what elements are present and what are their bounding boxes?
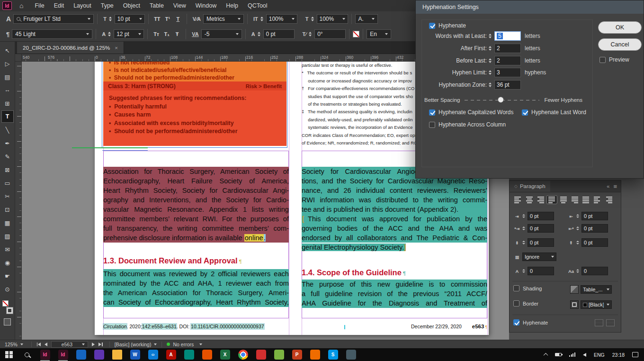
class3-no-benefit-table[interactable]: • Is not recommended • Is not indicated/… bbox=[103, 62, 286, 81]
border-swatch-select[interactable]: [Black] bbox=[581, 300, 612, 309]
guide-blue[interactable] bbox=[102, 150, 148, 151]
note-tool[interactable]: ✉ bbox=[2, 244, 13, 255]
character-formatting-icon[interactable]: A bbox=[6, 15, 11, 23]
zoom-tool[interactable]: ⊙ bbox=[2, 283, 13, 295]
type-tool[interactable]: T bbox=[2, 111, 13, 122]
rectangle-tool[interactable]: ▭ bbox=[2, 177, 13, 189]
taskbar-app-slate[interactable] bbox=[342, 348, 360, 361]
space-after-field[interactable]: 0 pt bbox=[581, 238, 608, 247]
taskbar-search-icon[interactable] bbox=[18, 348, 36, 361]
menu-help[interactable]: Help bbox=[221, 0, 243, 11]
panel-footer-icon-1[interactable] bbox=[595, 319, 603, 326]
preflight-profile-select[interactable]: [Basic] (working) bbox=[115, 342, 157, 347]
preflight-status[interactable]: No errors bbox=[167, 342, 202, 347]
gradient-tool[interactable]: ▦ bbox=[2, 217, 13, 228]
taskbar-app-skype[interactable]: S bbox=[324, 348, 342, 361]
strikethrough-button[interactable]: Ŧ bbox=[172, 29, 182, 39]
pencil-tool[interactable]: ✎ bbox=[2, 151, 13, 162]
footer-doi-link[interactable]: 10.1161/CIR.0000000000000937 bbox=[191, 324, 264, 329]
vertical-scale-field[interactable]: 100% bbox=[266, 14, 297, 24]
first-line-indent-stepper[interactable] bbox=[522, 226, 526, 230]
screen-mode-button[interactable] bbox=[4, 318, 11, 325]
border-style-icon[interactable] bbox=[570, 300, 579, 309]
space-before-stepper[interactable] bbox=[522, 241, 526, 244]
tray-clock[interactable]: 23:18 bbox=[608, 352, 628, 358]
leading-stepper[interactable] bbox=[108, 32, 113, 36]
menu-qctool[interactable]: QCTool bbox=[243, 0, 272, 11]
vertical-scale-stepper[interactable] bbox=[260, 17, 265, 21]
taskbar-app-indesign-1[interactable]: Id bbox=[36, 348, 54, 361]
taskbar-app-file-explorer[interactable] bbox=[108, 348, 126, 361]
menu-layout[interactable]: Layout bbox=[69, 0, 96, 11]
hyphen-limit-stepper[interactable] bbox=[489, 70, 493, 75]
panel-collapse-icon[interactable]: « bbox=[607, 183, 609, 189]
menu-edit[interactable]: Edit bbox=[49, 0, 69, 11]
language-select[interactable]: En bbox=[367, 29, 391, 39]
taskbar-app-purple[interactable] bbox=[90, 348, 108, 361]
hand-tool[interactable]: ☛ bbox=[2, 270, 13, 281]
align-right-button[interactable] bbox=[536, 196, 546, 204]
rectangle-frame-tool[interactable]: ⊠ bbox=[2, 164, 13, 175]
words-stepper[interactable] bbox=[489, 34, 493, 38]
taskbar-app-teal[interactable] bbox=[180, 348, 198, 361]
scissors-tool[interactable]: ✂ bbox=[2, 190, 13, 202]
gradient-feather-tool[interactable]: ▨ bbox=[2, 230, 13, 242]
hyphenate-capitalized-checkbox[interactable] bbox=[429, 109, 435, 116]
horizontal-scale-field[interactable]: 100% bbox=[317, 14, 348, 24]
character-style-select[interactable]: A. bbox=[355, 14, 378, 24]
taskbar-app-indesign-2[interactable]: Id bbox=[54, 348, 72, 361]
shading-checkbox[interactable] bbox=[513, 285, 519, 291]
guide-green[interactable] bbox=[72, 147, 148, 148]
review-paragraph-left[interactable]: This document was reviewed by 2 official… bbox=[103, 269, 289, 307]
paragraph-formatting-icon[interactable]: ¶ bbox=[6, 31, 9, 38]
online-hyperlink[interactable]: online bbox=[244, 234, 264, 242]
hyphenation-zone-stepper[interactable] bbox=[489, 82, 493, 87]
panel-menu-icon[interactable]: ≡ bbox=[613, 183, 617, 190]
drop-cap-lines-stepper[interactable] bbox=[522, 269, 526, 273]
taskbar-app-vscode[interactable]: ‹› bbox=[144, 348, 162, 361]
class3-harm-table[interactable]: Suggested phrases for writing recommenda… bbox=[103, 90, 286, 146]
taskbar-app-excel[interactable]: X bbox=[216, 348, 234, 361]
hyphenation-slider[interactable] bbox=[465, 97, 539, 103]
panel-footer-icon-2[interactable] bbox=[606, 319, 615, 326]
pen-tool[interactable]: ✒ bbox=[2, 137, 13, 149]
taskbar-app-amber[interactable] bbox=[306, 348, 324, 361]
words-with-at-least-field[interactable]: 5 bbox=[494, 31, 521, 41]
baseline-shift-stepper[interactable] bbox=[258, 32, 262, 36]
dialog-titlebar[interactable]: Hyphenation Settings bbox=[416, 0, 644, 14]
left-indent-field[interactable]: 0 pt bbox=[528, 212, 554, 220]
tray-network-icon[interactable] bbox=[565, 352, 579, 357]
hyphenate-panel-checkbox[interactable] bbox=[513, 319, 519, 325]
last-line-indent-field[interactable]: 0 pt bbox=[581, 224, 608, 233]
justify-all-button[interactable] bbox=[581, 196, 591, 204]
hyphenate-across-column-checkbox[interactable] bbox=[429, 122, 435, 128]
small-caps-button[interactable]: Tт bbox=[151, 29, 161, 39]
hyphenate-last-word-checkbox[interactable] bbox=[522, 109, 528, 116]
align-left-button[interactable] bbox=[513, 196, 523, 204]
tray-chevron-icon[interactable] bbox=[540, 353, 551, 356]
slider-thumb[interactable] bbox=[498, 97, 504, 103]
leading-field[interactable]: 12 pt bbox=[114, 29, 144, 39]
drop-cap-chars-stepper[interactable] bbox=[576, 269, 580, 273]
taskbar-app-blue[interactable] bbox=[72, 348, 90, 361]
right-indent-stepper[interactable] bbox=[576, 214, 580, 218]
tray-language[interactable]: ENG bbox=[590, 352, 608, 358]
drop-cap-chars-field[interactable]: 0 bbox=[581, 267, 608, 275]
fill-none-swatch[interactable] bbox=[353, 31, 359, 37]
direct-selection-tool[interactable]: ▷ bbox=[2, 58, 13, 69]
taskbar-app-acrobat[interactable]: A bbox=[162, 348, 180, 361]
skew-field[interactable]: 0° bbox=[314, 29, 346, 39]
align-center-button[interactable] bbox=[524, 196, 534, 204]
ruler-corner[interactable] bbox=[15, 54, 22, 62]
taskbar-app-chrome[interactable] bbox=[234, 348, 252, 361]
shading-swatch-select[interactable]: Table_... bbox=[581, 285, 612, 294]
subscript-button[interactable]: T₁ bbox=[161, 29, 172, 39]
space-before-field[interactable]: 0 pt bbox=[528, 238, 554, 247]
skew-stepper[interactable] bbox=[309, 32, 313, 36]
previous-page-button[interactable] bbox=[43, 343, 49, 346]
hyphen-limit-field[interactable]: 3 bbox=[494, 68, 521, 77]
before-last-stepper[interactable] bbox=[489, 58, 493, 63]
scope-paragraph[interactable]: The purpose of this new guideline is to … bbox=[302, 280, 487, 308]
font-size-field[interactable]: 10 pt bbox=[115, 14, 145, 24]
stroke-swatch[interactable] bbox=[7, 307, 13, 314]
